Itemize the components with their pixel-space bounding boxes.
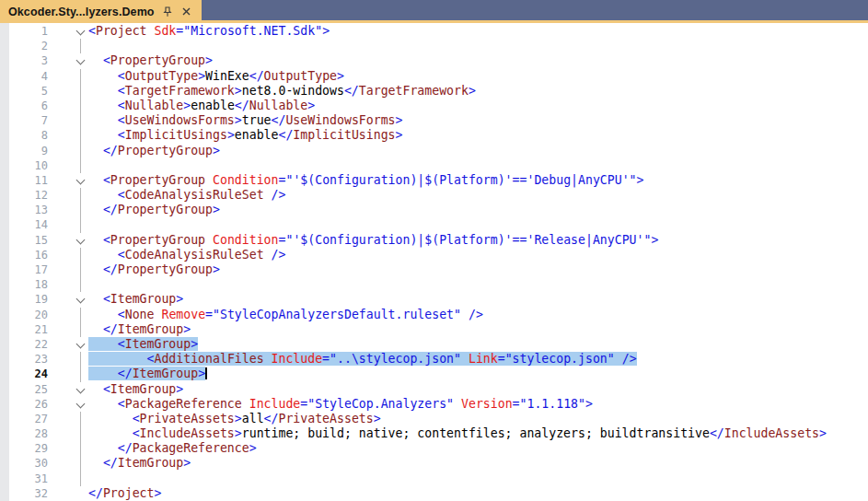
line-number: 9: [0, 144, 52, 158]
code-line[interactable]: </ItemGroup>: [88, 322, 868, 337]
code-line[interactable]: <CodeAnalysisRuleSet />: [88, 248, 868, 262]
code-line[interactable]: [88, 277, 868, 292]
code-line[interactable]: <IncludeAssets>runtime; build; native; c…: [88, 426, 868, 441]
code-line[interactable]: <PrivateAssets>all</PrivateAssets>: [88, 412, 868, 426]
line-number: 26: [0, 397, 52, 412]
fold-chevron-icon[interactable]: [52, 397, 88, 412]
fold-chevron-icon[interactable]: [52, 173, 88, 188]
code-line[interactable]: </ItemGroup>: [88, 367, 868, 381]
close-icon[interactable]: [180, 6, 193, 18]
fold-guide: [52, 322, 88, 337]
editor-tab[interactable]: Okcoder.Sty...lyzers.Demo: [0, 0, 202, 23]
line-number: 21: [0, 322, 52, 337]
editor-row: 22 <ItemGroup>: [0, 337, 868, 352]
code-line[interactable]: </Project>: [88, 486, 868, 501]
code-line[interactable]: [88, 39, 868, 53]
fold-guide: [52, 262, 88, 277]
editor-row: 25 <ItemGroup>: [0, 382, 868, 397]
line-number: 8: [0, 128, 52, 143]
code-line[interactable]: <ItemGroup>: [88, 337, 868, 352]
code-line[interactable]: <CodeAnalysisRuleSet />: [88, 188, 868, 203]
line-number: 17: [0, 262, 52, 277]
fold-guide: [52, 486, 88, 501]
editor-rows: 1<Project Sdk="Microsoft.NET.Sdk">23 <Pr…: [0, 24, 868, 501]
code-line[interactable]: <None Remove="StyleCopAnalyzersDefault.r…: [88, 308, 868, 322]
line-number: 22: [0, 337, 52, 352]
code-line[interactable]: <Nullable>enable</Nullable>: [88, 99, 868, 113]
fold-guide: [52, 84, 88, 99]
editor-row: 23 <AdditionalFiles Include="..\stylecop…: [0, 352, 868, 367]
line-number: 31: [0, 472, 52, 486]
code-line[interactable]: </PropertyGroup>: [88, 203, 868, 217]
line-number: 18: [0, 277, 52, 292]
fold-guide: [52, 472, 88, 486]
line-number: 20: [0, 308, 52, 322]
code-line[interactable]: <Project Sdk="Microsoft.NET.Sdk">: [88, 24, 868, 39]
code-editor[interactable]: 1<Project Sdk="Microsoft.NET.Sdk">23 <Pr…: [0, 23, 868, 501]
fold-guide: [52, 69, 88, 84]
code-line[interactable]: </PropertyGroup>: [88, 262, 868, 277]
editor-row: 29 </PackageReference>: [0, 441, 868, 456]
code-line[interactable]: </PackageReference>: [88, 441, 868, 456]
fold-chevron-icon[interactable]: [52, 24, 88, 39]
fold-guide: [52, 144, 88, 158]
fold-guide: [52, 188, 88, 203]
line-number: 24: [0, 367, 52, 381]
fold-chevron-icon[interactable]: [52, 382, 88, 397]
fold-chevron-icon[interactable]: [52, 233, 88, 248]
editor-row: 7 <UseWindowsForms>true</UseWindowsForms…: [0, 113, 868, 128]
line-number: 6: [0, 99, 52, 113]
code-line[interactable]: <PackageReference Include="StyleCop.Anal…: [88, 397, 868, 412]
editor-row: 8 <ImplicitUsings>enable</ImplicitUsings…: [0, 128, 868, 143]
line-number: 15: [0, 233, 52, 248]
editor-row: 20 <None Remove="StyleCopAnalyzersDefaul…: [0, 308, 868, 322]
code-line[interactable]: <UseWindowsForms>true</UseWindowsForms>: [88, 113, 868, 128]
editor-row: 28 <IncludeAssets>runtime; build; native…: [0, 426, 868, 441]
fold-guide: [52, 39, 88, 53]
fold-chevron-icon[interactable]: [52, 292, 88, 307]
editor-row: 1<Project Sdk="Microsoft.NET.Sdk">: [0, 24, 868, 39]
code-line[interactable]: <PropertyGroup>: [88, 53, 868, 68]
code-line[interactable]: <ItemGroup>: [88, 382, 868, 397]
code-line[interactable]: <AdditionalFiles Include="..\stylecop.js…: [88, 352, 868, 367]
fold-guide: [52, 308, 88, 322]
code-line[interactable]: <PropertyGroup Condition="'$(Configurati…: [88, 233, 868, 248]
editor-row: 10: [0, 158, 868, 173]
editor-row: 5 <TargetFramework>net8.0-windows</Targe…: [0, 84, 868, 99]
fold-guide: [52, 113, 88, 128]
pin-icon[interactable]: [161, 6, 174, 18]
code-line[interactable]: <TargetFramework>net8.0-windows</TargetF…: [88, 84, 868, 99]
fold-guide: [52, 367, 88, 381]
code-line[interactable]: </PropertyGroup>: [88, 144, 868, 158]
line-number: 29: [0, 441, 52, 456]
code-line[interactable]: </ItemGroup>: [88, 456, 868, 471]
editor-row: 6 <Nullable>enable</Nullable>: [0, 99, 868, 113]
fold-guide: [52, 203, 88, 217]
line-number: 3: [0, 53, 52, 68]
fold-guide: [52, 456, 88, 471]
editor-row: 11 <PropertyGroup Condition="'$(Configur…: [0, 173, 868, 188]
editor-row: 3 <PropertyGroup>: [0, 53, 868, 68]
code-line[interactable]: <ImplicitUsings>enable</ImplicitUsings>: [88, 128, 868, 143]
tab-bar: Okcoder.Sty...lyzers.Demo: [0, 0, 868, 23]
line-number: 27: [0, 412, 52, 426]
code-line[interactable]: [88, 472, 868, 486]
line-number: 13: [0, 203, 52, 217]
editor-row: 27 <PrivateAssets>all</PrivateAssets>: [0, 412, 868, 426]
fold-chevron-icon[interactable]: [52, 53, 88, 68]
code-line[interactable]: <OutputType>WinExe</OutputType>: [88, 69, 868, 84]
line-number: 11: [0, 173, 52, 188]
editor-row: 12 <CodeAnalysisRuleSet />: [0, 188, 868, 203]
line-number: 30: [0, 456, 52, 471]
fold-chevron-icon[interactable]: [52, 337, 88, 352]
code-line[interactable]: [88, 217, 868, 232]
code-line[interactable]: <ItemGroup>: [88, 292, 868, 307]
line-number: 2: [0, 39, 52, 53]
line-number: 7: [0, 113, 52, 128]
code-line[interactable]: <PropertyGroup Condition="'$(Configurati…: [88, 173, 868, 188]
editor-row: 32</Project>: [0, 486, 868, 501]
line-number: 23: [0, 352, 52, 367]
line-number: 14: [0, 217, 52, 232]
line-number: 1: [0, 24, 52, 39]
code-line[interactable]: [88, 158, 868, 173]
